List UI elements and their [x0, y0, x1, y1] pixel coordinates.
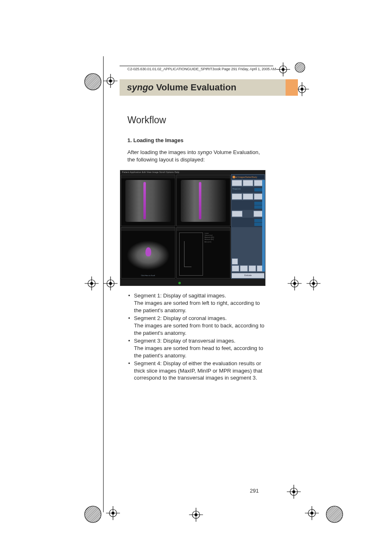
output-button-row: [232, 258, 264, 265]
output-button[interactable]: [249, 265, 256, 272]
intro-paragraph: After loading the images into syngo Volu…: [127, 149, 265, 164]
tool-button-row: [232, 193, 264, 200]
svg-point-48: [295, 62, 305, 72]
panel-side-tab: [262, 180, 265, 272]
book-header-tagline: C2-025.630.01.01.02_APPLICATIONGUIDE_SPI…: [127, 67, 276, 71]
crop-mark-icon: [104, 276, 118, 290]
print-registration-corner: [325, 505, 344, 523]
step-heading: 1. Loading the Images: [127, 137, 184, 143]
app-screenshot: Patient Application Edit View Image Scro…: [120, 170, 265, 286]
list-item: Segment 4: Display of either the evaluat…: [127, 360, 266, 382]
list-item: Segment 2: Display of coronal images. Th…: [127, 315, 266, 337]
print-registration-dot: [294, 62, 306, 73]
pane-header: [177, 175, 231, 178]
tool-button-row: [232, 211, 264, 217]
header-rule: [120, 66, 273, 66]
mode-button[interactable]: [232, 180, 242, 186]
tool-button[interactable]: [232, 193, 242, 200]
output-button[interactable]: [232, 258, 238, 265]
pane-header: [177, 228, 231, 231]
section-heading: Workflow: [127, 115, 166, 126]
svg-point-2: [85, 506, 101, 523]
mode-button[interactable]: [243, 180, 253, 186]
list-item: Segment 3: Display of transversal images…: [127, 337, 266, 359]
vessel-overlay: [145, 247, 151, 256]
screenshot-menubar: Patient Application Edit View Image Scro…: [120, 170, 265, 174]
segment-description-list: Segment 1: Display of sagittal images. T…: [127, 292, 266, 382]
param-group: Range [cm]: [232, 187, 264, 193]
chapter-title-rest: Volume Evaluation: [154, 82, 236, 92]
pane-header: [121, 228, 175, 231]
mode-button-row: [232, 180, 264, 186]
svg-point-3: [326, 506, 343, 523]
vessel-overlay: [199, 182, 201, 219]
segment-2-coronal-pane: [176, 175, 231, 226]
chapter-title-band: syngo Volume Evaluation: [120, 79, 286, 96]
chapter-title-product: syngo: [127, 82, 154, 92]
crop-mark-icon: [104, 74, 118, 88]
page-number: 291: [250, 488, 259, 494]
tool-button[interactable]: [232, 211, 242, 217]
chapter-tab-marker: [286, 79, 298, 96]
axial-image: [125, 233, 171, 274]
output-button[interactable]: [232, 265, 239, 272]
pane-header: [121, 175, 175, 178]
tool-button[interactable]: [243, 193, 253, 200]
pane-scroll-hint: Click Here to Scroll: [121, 274, 175, 276]
coronal-image: [181, 180, 226, 222]
crop-mark-icon: [305, 506, 319, 520]
segment-3-transversal-pane: Click Here to Scroll: [121, 227, 175, 279]
param-label: Range [cm]: [233, 188, 254, 191]
list-item: Segment 1: Display of sagittal images. T…: [127, 292, 266, 314]
chapter-title: syngo Volume Evaluation: [120, 82, 236, 93]
crop-mark-icon: [307, 276, 321, 290]
param-group: [232, 200, 264, 210]
evaluate-button[interactable]: Evaluate: [232, 273, 264, 278]
crop-mark-icon: [276, 62, 290, 76]
segment-4-results-pane: LesionVolume [cm]Maximum [HU]Minimum [HU…: [176, 227, 231, 279]
screenshot-control-panel: Load Images/Series/Study Range [cm]: [231, 174, 265, 279]
param-group: [232, 218, 264, 227]
panel-title: Load Images/Series/Study: [232, 175, 264, 179]
print-registration-corner: [84, 505, 102, 523]
screenshot-statusbar: [120, 279, 265, 286]
output-button[interactable]: [240, 265, 247, 272]
page-frame-left-rule: [103, 56, 104, 512]
crop-mark-icon: [288, 276, 302, 290]
sagittal-image: [125, 180, 171, 222]
output-button-row: [232, 265, 264, 272]
results-chart: [179, 233, 203, 276]
crop-mark-icon: [189, 508, 203, 522]
vessel-overlay: [143, 182, 146, 219]
results-table: LesionVolume [cm]Maximum [HU]Minimum [HU…: [205, 233, 228, 276]
results-content: LesionVolume [cm]Maximum [HU]Minimum [HU…: [179, 233, 228, 276]
crop-mark-icon: [85, 276, 99, 290]
crop-mark-icon: [287, 485, 301, 499]
segment-1-sagittal-pane: [121, 175, 175, 226]
crop-mark-icon: [106, 506, 120, 520]
print-registration-corner: [84, 73, 102, 91]
svg-point-1: [85, 74, 101, 90]
